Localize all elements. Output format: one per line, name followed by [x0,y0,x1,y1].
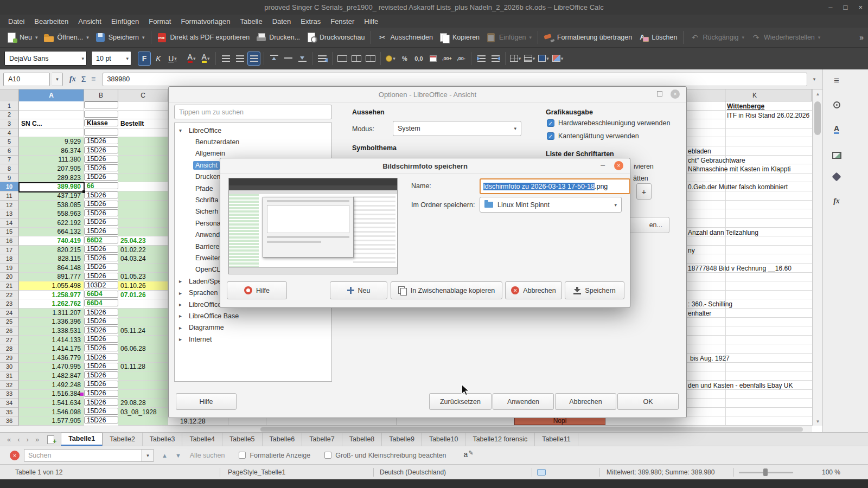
checked-checkbox[interactable]: ✓ [547,132,554,140]
previous-sheet-icon[interactable]: ‹ [15,435,22,444]
cell-C34[interactable]: 29.08.28 [118,399,168,408]
cell-A35[interactable]: 1.546.098 [19,408,84,417]
menu-hilfe[interactable]: Hilfe [359,16,383,27]
cell-A2[interactable] [19,111,84,120]
cell-C19[interactable] [118,264,168,273]
border-style-button[interactable]: ▾ [523,52,536,66]
row-header-4[interactable]: 4 [0,129,19,138]
cell-B27[interactable]: 15D26 [84,336,118,343]
cell-A34[interactable]: 1.541.634 [19,399,84,408]
cell-A1[interactable] [19,101,84,111]
cell-A26[interactable]: 1.338.531 [19,326,84,336]
cell-C10[interactable] [118,182,168,191]
cell-B25[interactable]: 15D26 [84,318,118,325]
options-help-button[interactable]: Hilfe [176,393,237,410]
cell-C4[interactable] [118,129,168,138]
name-box[interactable] [3,73,50,86]
cell-B36[interactable]: 15D26 [84,416,118,423]
search-previous-icon[interactable]: ▲ [162,452,168,459]
cell-C21[interactable]: 01.10.26 [118,281,168,291]
row-header-17[interactable]: 17 [0,246,19,255]
options-tree-item[interactable]: ▸LibreOffice Base [175,310,331,322]
cell-C2[interactable] [118,111,168,120]
print-button[interactable]: Drucken... [253,30,303,44]
cell-C11[interactable] [118,191,168,201]
menu-fenster[interactable]: Fenster [326,16,359,27]
cut-button[interactable]: ✂Ausschneiden [374,30,436,44]
cell-D36[interactable]: 19.12.28 [180,418,206,425]
sheet-tab-tabelle6[interactable]: Tabelle6 [263,433,303,446]
chevron-down-icon[interactable]: ▾ [142,35,145,40]
zoom-percent[interactable]: 100 % [822,468,840,476]
chevron-down-icon[interactable]: ▾ [207,56,210,61]
underline-button[interactable]: U▾ [166,52,179,66]
cell-B31[interactable]: 15D26 [84,371,118,378]
vertical-scrollbar[interactable]: ▲ ▼ [812,89,822,426]
chevron-down-icon[interactable]: ▾ [533,56,535,61]
chevron-down-icon[interactable]: ▾ [193,56,196,61]
vertical-scrollbar-thumb[interactable] [814,101,821,135]
cell-C28[interactable]: 06.06.28 [118,344,168,354]
chevron-collapsed-icon[interactable]: ▸ [179,336,187,342]
cell-B28[interactable]: 15D26 [84,344,118,351]
sidebar-gallery-icon[interactable] [829,148,844,162]
window-titlebar[interactable]: prooved Singer C Serials_pre1900_ revise… [0,0,868,15]
minimize-icon[interactable]: – [601,160,605,169]
sheet-tab-tabelle2[interactable]: Tabelle2 [103,433,143,446]
cell-A24[interactable]: 1.311.207 [19,309,84,318]
cell-C12[interactable] [118,201,168,210]
print-preview-button[interactable]: Druckvorschau [303,30,368,44]
name-box-dropdown[interactable]: ▾ [52,73,63,86]
cell-B33[interactable]: 15D26 [84,390,118,397]
first-sheet-icon[interactable]: « [4,435,14,444]
menu-ansicht[interactable]: Ansicht [73,16,106,27]
cell-C20[interactable]: 01.05.23 [118,273,168,282]
cell-C26[interactable]: 05.11.24 [118,326,168,336]
row-header-19[interactable]: 19 [0,264,19,273]
cell-C16[interactable]: 25.04.23 [118,236,168,246]
apply-button[interactable]: Anwenden [493,393,554,410]
merge-cells-button[interactable] [350,52,363,66]
new-screenshot-button[interactable]: Neu [330,281,387,299]
row-header-5[interactable]: 5 [0,137,19,146]
cell-A32[interactable]: 1.492.248 [19,381,84,390]
cell-C9[interactable] [118,174,168,183]
cell-A19[interactable]: 864.148 [19,264,84,273]
chevron-expanded-icon[interactable]: ▾ [179,127,187,133]
cell-B23[interactable]: 66D4 [84,299,118,306]
cell-B12[interactable]: 15D26 [84,201,118,208]
cell-C6[interactable] [118,146,168,156]
row-header-8[interactable]: 8 [0,164,19,174]
scroll-up-arrow[interactable]: ▲ [813,89,823,98]
cell-A3[interactable]: SN C... [19,119,84,129]
cell-B14[interactable]: 15D26 [84,219,118,226]
options-tree-item[interactable]: ▸Internet [175,333,331,345]
row-header-35[interactable]: 35 [0,408,19,417]
horizontal-scrollbar-thumb[interactable] [260,427,803,432]
next-sheet-icon[interactable]: › [24,435,31,444]
chevron-down-icon[interactable]: ▾ [519,56,521,61]
increase-indent-button[interactable] [475,52,488,66]
row-header-10[interactable]: 10 [0,182,19,191]
row-header-24[interactable]: 24 [0,309,19,318]
cell-A12[interactable]: 538.085 [19,201,84,210]
cell-B32[interactable]: 15D26 [84,381,118,388]
highlight-color-button[interactable]: A▾ [199,52,212,66]
row-header-3[interactable]: 3 [0,119,19,129]
options-dialog-titlebar[interactable]: Optionen - LibreOffice - Ansicht × [169,87,686,102]
cell-B1[interactable] [84,101,118,108]
cell-B5[interactable]: 15D26 [84,137,118,144]
cell-C35[interactable]: 03_08_1928 [118,408,168,417]
zoom-slider-thumb[interactable] [763,468,768,476]
sheet-tab-tabelle12-forensic[interactable]: Tabelle12 forensic [465,433,535,446]
undo-button[interactable]: ↶Rückgängig▾ [686,30,748,44]
last-sheet-icon[interactable]: » [33,435,42,444]
open-button[interactable]: Öffnen...▾ [41,30,92,44]
cell-C13[interactable] [118,209,168,219]
find-and-replace-icon[interactable] [464,451,476,460]
function-wizard-icon[interactable]: fx [69,75,76,84]
cell-C7[interactable] [118,156,168,165]
add-sheet-icon[interactable] [47,435,55,444]
toolbar-overflow-button[interactable]: » [859,33,864,42]
row-header-2[interactable]: 2 [0,111,19,120]
